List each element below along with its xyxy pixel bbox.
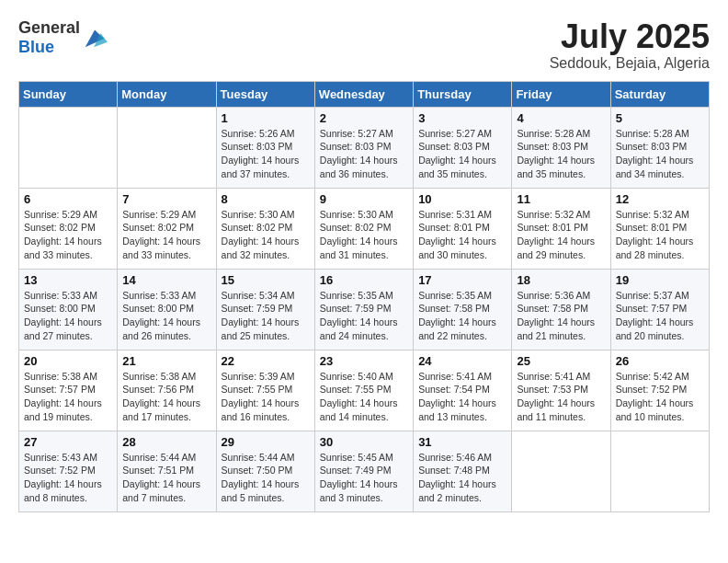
weekday-header: Monday — [118, 81, 216, 107]
calendar-cell: 17Sunrise: 5:35 AM Sunset: 7:58 PM Dayli… — [414, 269, 512, 350]
calendar-cell: 26Sunrise: 5:42 AM Sunset: 7:52 PM Dayli… — [610, 350, 709, 431]
location-title: Seddouk, Bejaia, Algeria — [550, 55, 710, 72]
day-number: 10 — [418, 192, 506, 206]
day-number: 8 — [222, 192, 310, 206]
calendar-cell: 8Sunrise: 5:30 AM Sunset: 8:02 PM Daylig… — [216, 188, 314, 269]
day-number: 7 — [122, 192, 210, 206]
calendar-cell: 23Sunrise: 5:40 AM Sunset: 7:55 PM Dayli… — [314, 350, 413, 431]
calendar-cell: 4Sunrise: 5:28 AM Sunset: 8:03 PM Daylig… — [512, 107, 610, 188]
weekday-header: Friday — [512, 81, 610, 107]
logo: General Blue — [18, 18, 108, 57]
day-info: Sunrise: 5:27 AM Sunset: 8:03 PM Dayligh… — [418, 127, 506, 181]
logo-text: General Blue — [18, 18, 80, 57]
calendar-cell: 7Sunrise: 5:29 AM Sunset: 8:02 PM Daylig… — [118, 188, 216, 269]
logo-blue: Blue — [18, 38, 54, 56]
title-block: July 2025 Seddouk, Bejaia, Algeria — [550, 18, 710, 72]
day-info: Sunrise: 5:27 AM Sunset: 8:03 PM Dayligh… — [320, 127, 408, 181]
calendar-cell — [512, 431, 610, 511]
calendar-cell: 30Sunrise: 5:45 AM Sunset: 7:49 PM Dayli… — [314, 431, 413, 511]
weekday-header: Wednesday — [314, 81, 413, 107]
day-number: 30 — [320, 435, 408, 449]
day-number: 28 — [122, 435, 210, 449]
day-info: Sunrise: 5:35 AM Sunset: 7:59 PM Dayligh… — [320, 289, 408, 343]
day-info: Sunrise: 5:44 AM Sunset: 7:51 PM Dayligh… — [122, 451, 210, 505]
day-number: 29 — [222, 435, 310, 449]
day-info: Sunrise: 5:32 AM Sunset: 8:01 PM Dayligh… — [616, 208, 704, 262]
day-number: 6 — [24, 192, 112, 206]
calendar-cell — [610, 431, 709, 511]
day-info: Sunrise: 5:26 AM Sunset: 8:03 PM Dayligh… — [222, 127, 310, 181]
day-info: Sunrise: 5:32 AM Sunset: 8:01 PM Dayligh… — [517, 208, 605, 262]
day-info: Sunrise: 5:41 AM Sunset: 7:53 PM Dayligh… — [517, 370, 605, 424]
day-info: Sunrise: 5:29 AM Sunset: 8:02 PM Dayligh… — [24, 208, 112, 262]
day-info: Sunrise: 5:38 AM Sunset: 7:57 PM Dayligh… — [24, 370, 112, 424]
day-number: 15 — [222, 273, 310, 287]
day-info: Sunrise: 5:43 AM Sunset: 7:52 PM Dayligh… — [24, 451, 112, 505]
weekday-header: Sunday — [19, 81, 118, 107]
day-number: 4 — [517, 111, 605, 125]
calendar-cell: 6Sunrise: 5:29 AM Sunset: 8:02 PM Daylig… — [19, 188, 118, 269]
calendar-cell: 11Sunrise: 5:32 AM Sunset: 8:01 PM Dayli… — [512, 188, 610, 269]
calendar-table: SundayMondayTuesdayWednesdayThursdayFrid… — [18, 81, 710, 512]
day-info: Sunrise: 5:28 AM Sunset: 8:03 PM Dayligh… — [517, 127, 605, 181]
weekday-header: Saturday — [610, 81, 709, 107]
calendar-cell: 31Sunrise: 5:46 AM Sunset: 7:48 PM Dayli… — [414, 431, 512, 511]
calendar-cell: 10Sunrise: 5:31 AM Sunset: 8:01 PM Dayli… — [414, 188, 512, 269]
day-info: Sunrise: 5:38 AM Sunset: 7:56 PM Dayligh… — [122, 370, 210, 424]
day-info: Sunrise: 5:33 AM Sunset: 8:00 PM Dayligh… — [122, 289, 210, 343]
day-info: Sunrise: 5:33 AM Sunset: 8:00 PM Dayligh… — [24, 289, 112, 343]
day-info: Sunrise: 5:29 AM Sunset: 8:02 PM Dayligh… — [122, 208, 210, 262]
day-info: Sunrise: 5:36 AM Sunset: 7:58 PM Dayligh… — [517, 289, 605, 343]
day-number: 14 — [122, 273, 210, 287]
day-info: Sunrise: 5:41 AM Sunset: 7:54 PM Dayligh… — [418, 370, 506, 424]
day-info: Sunrise: 5:37 AM Sunset: 7:57 PM Dayligh… — [616, 289, 704, 343]
calendar-cell: 12Sunrise: 5:32 AM Sunset: 8:01 PM Dayli… — [610, 188, 709, 269]
logo-icon — [82, 25, 108, 51]
calendar-cell: 3Sunrise: 5:27 AM Sunset: 8:03 PM Daylig… — [414, 107, 512, 188]
calendar-cell — [19, 107, 118, 188]
day-number: 5 — [616, 111, 704, 125]
day-number: 13 — [24, 273, 112, 287]
day-number: 31 — [418, 435, 506, 449]
calendar-cell: 13Sunrise: 5:33 AM Sunset: 8:00 PM Dayli… — [19, 269, 118, 350]
day-number: 24 — [418, 354, 506, 368]
calendar-cell: 25Sunrise: 5:41 AM Sunset: 7:53 PM Dayli… — [512, 350, 610, 431]
day-info: Sunrise: 5:31 AM Sunset: 8:01 PM Dayligh… — [418, 208, 506, 262]
day-number: 16 — [320, 273, 408, 287]
calendar-cell: 27Sunrise: 5:43 AM Sunset: 7:52 PM Dayli… — [19, 431, 118, 511]
calendar-cell: 9Sunrise: 5:30 AM Sunset: 8:02 PM Daylig… — [314, 188, 413, 269]
calendar-cell: 22Sunrise: 5:39 AM Sunset: 7:55 PM Dayli… — [216, 350, 314, 431]
day-number: 9 — [320, 192, 408, 206]
day-number: 27 — [24, 435, 112, 449]
calendar-cell: 5Sunrise: 5:28 AM Sunset: 8:03 PM Daylig… — [610, 107, 709, 188]
calendar-cell: 1Sunrise: 5:26 AM Sunset: 8:03 PM Daylig… — [216, 107, 314, 188]
day-number: 25 — [517, 354, 605, 368]
day-number: 18 — [517, 273, 605, 287]
day-info: Sunrise: 5:34 AM Sunset: 7:59 PM Dayligh… — [222, 289, 310, 343]
day-info: Sunrise: 5:30 AM Sunset: 8:02 PM Dayligh… — [222, 208, 310, 262]
day-number: 17 — [418, 273, 506, 287]
month-title: July 2025 — [550, 18, 710, 55]
calendar-cell: 24Sunrise: 5:41 AM Sunset: 7:54 PM Dayli… — [414, 350, 512, 431]
calendar-cell: 21Sunrise: 5:38 AM Sunset: 7:56 PM Dayli… — [118, 350, 216, 431]
day-info: Sunrise: 5:45 AM Sunset: 7:49 PM Dayligh… — [320, 451, 408, 505]
day-number: 21 — [122, 354, 210, 368]
day-info: Sunrise: 5:44 AM Sunset: 7:50 PM Dayligh… — [222, 451, 310, 505]
day-number: 11 — [517, 192, 605, 206]
calendar-cell: 15Sunrise: 5:34 AM Sunset: 7:59 PM Dayli… — [216, 269, 314, 350]
day-info: Sunrise: 5:46 AM Sunset: 7:48 PM Dayligh… — [418, 451, 506, 505]
day-info: Sunrise: 5:30 AM Sunset: 8:02 PM Dayligh… — [320, 208, 408, 262]
weekday-header: Thursday — [414, 81, 512, 107]
day-number: 1 — [222, 111, 310, 125]
calendar-cell: 14Sunrise: 5:33 AM Sunset: 8:00 PM Dayli… — [118, 269, 216, 350]
day-number: 19 — [616, 273, 704, 287]
calendar-cell: 29Sunrise: 5:44 AM Sunset: 7:50 PM Dayli… — [216, 431, 314, 511]
day-number: 3 — [418, 111, 506, 125]
day-number: 23 — [320, 354, 408, 368]
day-info: Sunrise: 5:28 AM Sunset: 8:03 PM Dayligh… — [616, 127, 704, 181]
logo-general: General — [18, 18, 80, 37]
calendar-cell: 20Sunrise: 5:38 AM Sunset: 7:57 PM Dayli… — [19, 350, 118, 431]
page-header: General Blue July 2025 Seddouk, Bejaia, … — [18, 18, 710, 72]
calendar-cell: 19Sunrise: 5:37 AM Sunset: 7:57 PM Dayli… — [610, 269, 709, 350]
calendar-cell: 2Sunrise: 5:27 AM Sunset: 8:03 PM Daylig… — [314, 107, 413, 188]
